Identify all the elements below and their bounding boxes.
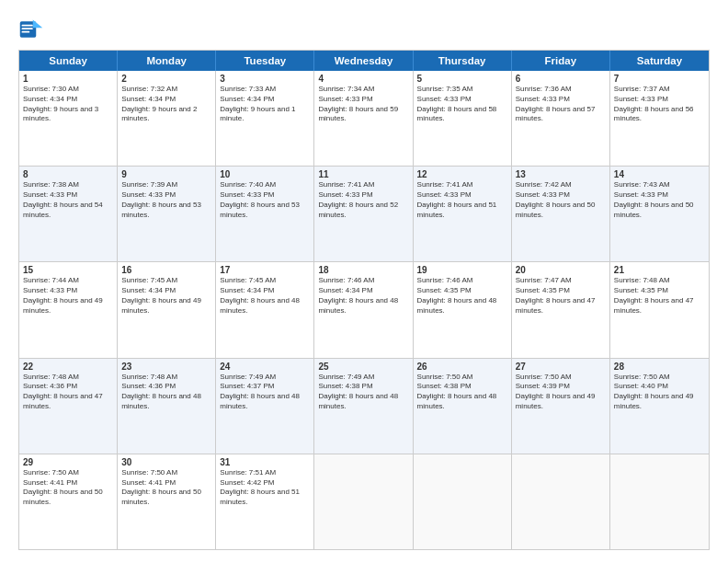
day-info: Sunrise: 7:41 AM Sunset: 4:33 PM Dayligh…: [417, 180, 507, 220]
day-info: Sunrise: 7:48 AM Sunset: 4:36 PM Dayligh…: [121, 373, 211, 412]
day-info: Sunrise: 7:42 AM Sunset: 4:33 PM Dayligh…: [516, 180, 606, 220]
cal-cell: [610, 454, 709, 549]
cal-cell: 15Sunrise: 7:44 AM Sunset: 4:33 PM Dayli…: [19, 262, 118, 357]
day-number: 16: [121, 265, 211, 275]
day-info: Sunrise: 7:49 AM Sunset: 4:37 PM Dayligh…: [220, 373, 310, 412]
svg-rect-4: [22, 31, 30, 33]
day-number: 10: [220, 169, 310, 179]
col-header-sunday: Sunday: [19, 51, 118, 71]
week-row-3: 15Sunrise: 7:44 AM Sunset: 4:33 PM Dayli…: [19, 261, 709, 357]
day-number: 13: [516, 169, 606, 179]
day-number: 14: [614, 169, 705, 179]
week-row-4: 22Sunrise: 7:48 AM Sunset: 4:36 PM Dayli…: [19, 358, 709, 454]
logo: [18, 17, 48, 42]
day-info: Sunrise: 7:48 AM Sunset: 4:36 PM Dayligh…: [23, 373, 113, 412]
cal-cell: 24Sunrise: 7:49 AM Sunset: 4:37 PM Dayli…: [216, 359, 314, 454]
cal-cell: 4Sunrise: 7:34 AM Sunset: 4:33 PM Daylig…: [314, 71, 413, 166]
cal-cell: 6Sunrise: 7:36 AM Sunset: 4:33 PM Daylig…: [512, 71, 610, 166]
calendar-body: 1Sunrise: 7:30 AM Sunset: 4:34 PM Daylig…: [19, 71, 709, 549]
cal-cell: [414, 454, 512, 549]
cal-cell: [314, 454, 413, 549]
day-number: 30: [121, 457, 211, 467]
day-info: Sunrise: 7:39 AM Sunset: 4:33 PM Dayligh…: [121, 180, 211, 220]
day-number: 17: [220, 265, 310, 275]
cal-cell: 26Sunrise: 7:50 AM Sunset: 4:38 PM Dayli…: [414, 359, 512, 454]
cal-cell: 12Sunrise: 7:41 AM Sunset: 4:33 PM Dayli…: [414, 167, 512, 261]
cal-cell: 13Sunrise: 7:42 AM Sunset: 4:33 PM Dayli…: [512, 167, 610, 261]
calendar: SundayMondayTuesdayWednesdayThursdayFrid…: [18, 50, 710, 550]
day-number: 29: [23, 457, 113, 467]
cal-cell: 11Sunrise: 7:41 AM Sunset: 4:33 PM Dayli…: [314, 167, 413, 261]
day-info: Sunrise: 7:40 AM Sunset: 4:33 PM Dayligh…: [220, 180, 310, 220]
cal-cell: 18Sunrise: 7:46 AM Sunset: 4:34 PM Dayli…: [314, 262, 413, 357]
day-number: 18: [318, 265, 408, 275]
week-row-2: 8Sunrise: 7:38 AM Sunset: 4:33 PM Daylig…: [19, 166, 709, 261]
cal-cell: 17Sunrise: 7:45 AM Sunset: 4:34 PM Dayli…: [216, 262, 314, 357]
day-info: Sunrise: 7:46 AM Sunset: 4:35 PM Dayligh…: [417, 276, 507, 316]
cal-cell: 3Sunrise: 7:33 AM Sunset: 4:34 PM Daylig…: [216, 71, 314, 166]
day-number: 27: [516, 362, 606, 372]
day-info: Sunrise: 7:37 AM Sunset: 4:33 PM Dayligh…: [614, 85, 705, 124]
day-number: 19: [417, 265, 507, 275]
day-number: 20: [516, 265, 606, 275]
day-number: 2: [121, 74, 211, 84]
cal-cell: 20Sunrise: 7:47 AM Sunset: 4:35 PM Dayli…: [512, 262, 610, 357]
week-row-5: 29Sunrise: 7:50 AM Sunset: 4:41 PM Dayli…: [19, 454, 709, 549]
day-info: Sunrise: 7:45 AM Sunset: 4:34 PM Dayligh…: [220, 276, 310, 316]
cal-cell: 9Sunrise: 7:39 AM Sunset: 4:33 PM Daylig…: [118, 167, 216, 261]
col-header-saturday: Saturday: [610, 51, 709, 71]
cal-cell: 1Sunrise: 7:30 AM Sunset: 4:34 PM Daylig…: [19, 71, 118, 166]
day-number: 8: [23, 169, 113, 179]
day-number: 1: [23, 74, 113, 84]
day-number: 28: [614, 362, 705, 372]
day-number: 26: [417, 362, 507, 372]
day-info: Sunrise: 7:50 AM Sunset: 4:41 PM Dayligh…: [23, 468, 113, 508]
cal-cell: 22Sunrise: 7:48 AM Sunset: 4:36 PM Dayli…: [19, 359, 118, 454]
col-header-wednesday: Wednesday: [314, 51, 413, 71]
day-info: Sunrise: 7:30 AM Sunset: 4:34 PM Dayligh…: [23, 85, 113, 124]
svg-rect-3: [22, 28, 33, 29]
cal-cell: 2Sunrise: 7:32 AM Sunset: 4:34 PM Daylig…: [118, 71, 216, 166]
cal-cell: 30Sunrise: 7:50 AM Sunset: 4:41 PM Dayli…: [118, 454, 216, 549]
day-number: 22: [23, 362, 113, 372]
cal-cell: 21Sunrise: 7:48 AM Sunset: 4:35 PM Dayli…: [610, 262, 709, 357]
cal-cell: 10Sunrise: 7:40 AM Sunset: 4:33 PM Dayli…: [216, 167, 314, 261]
cal-cell: 5Sunrise: 7:35 AM Sunset: 4:33 PM Daylig…: [414, 71, 512, 166]
day-info: Sunrise: 7:51 AM Sunset: 4:42 PM Dayligh…: [220, 468, 310, 508]
day-info: Sunrise: 7:35 AM Sunset: 4:33 PM Dayligh…: [417, 85, 507, 124]
page: SundayMondayTuesdayWednesdayThursdayFrid…: [0, 0, 728, 563]
day-info: Sunrise: 7:32 AM Sunset: 4:34 PM Dayligh…: [121, 85, 211, 124]
day-number: 15: [23, 265, 113, 275]
day-info: Sunrise: 7:36 AM Sunset: 4:33 PM Dayligh…: [516, 85, 606, 124]
day-number: 11: [318, 169, 408, 179]
day-number: 21: [614, 265, 705, 275]
logo-icon: [18, 17, 44, 42]
day-number: 23: [121, 362, 211, 372]
day-info: Sunrise: 7:33 AM Sunset: 4:34 PM Dayligh…: [220, 85, 310, 124]
col-header-monday: Monday: [118, 51, 216, 71]
day-info: Sunrise: 7:44 AM Sunset: 4:33 PM Dayligh…: [23, 276, 113, 316]
cal-cell: [512, 454, 610, 549]
cal-cell: 23Sunrise: 7:48 AM Sunset: 4:36 PM Dayli…: [118, 359, 216, 454]
day-info: Sunrise: 7:49 AM Sunset: 4:38 PM Dayligh…: [318, 373, 408, 412]
day-info: Sunrise: 7:41 AM Sunset: 4:33 PM Dayligh…: [318, 180, 408, 220]
cal-cell: 16Sunrise: 7:45 AM Sunset: 4:34 PM Dayli…: [118, 262, 216, 357]
day-number: 4: [318, 74, 408, 84]
day-info: Sunrise: 7:38 AM Sunset: 4:33 PM Dayligh…: [23, 180, 113, 220]
cal-cell: 31Sunrise: 7:51 AM Sunset: 4:42 PM Dayli…: [216, 454, 314, 549]
day-info: Sunrise: 7:50 AM Sunset: 4:39 PM Dayligh…: [516, 373, 606, 412]
day-info: Sunrise: 7:47 AM Sunset: 4:35 PM Dayligh…: [516, 276, 606, 316]
svg-marker-1: [33, 20, 43, 29]
header: [18, 17, 710, 42]
day-info: Sunrise: 7:50 AM Sunset: 4:40 PM Dayligh…: [614, 373, 705, 412]
cal-cell: 7Sunrise: 7:37 AM Sunset: 4:33 PM Daylig…: [610, 71, 709, 166]
day-number: 6: [516, 74, 606, 84]
day-info: Sunrise: 7:50 AM Sunset: 4:41 PM Dayligh…: [121, 468, 211, 508]
day-info: Sunrise: 7:46 AM Sunset: 4:34 PM Dayligh…: [318, 276, 408, 316]
col-header-friday: Friday: [512, 51, 610, 71]
calendar-header: SundayMondayTuesdayWednesdayThursdayFrid…: [19, 51, 709, 71]
day-number: 9: [121, 169, 211, 179]
day-info: Sunrise: 7:45 AM Sunset: 4:34 PM Dayligh…: [121, 276, 211, 316]
svg-rect-2: [22, 25, 33, 27]
day-number: 7: [614, 74, 705, 84]
